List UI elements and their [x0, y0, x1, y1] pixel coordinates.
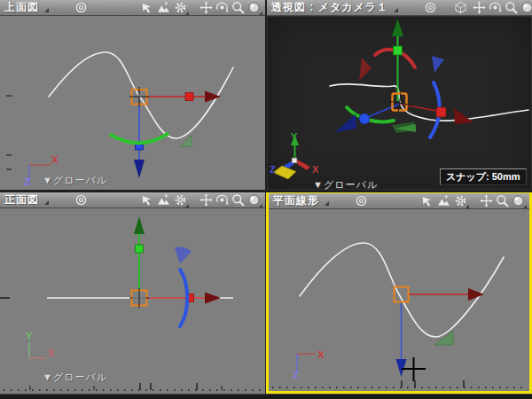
viewport-divider-vertical[interactable] [265, 0, 267, 190]
axis-z-label: Z [293, 370, 299, 380]
zoom-icon[interactable] [505, 1, 518, 14]
axis-z-label: Z [24, 176, 30, 187]
zoom-icon[interactable] [231, 193, 245, 207]
rotate-flag-blue[interactable] [175, 247, 192, 264]
zoom-icon[interactable] [496, 194, 509, 207]
move-handle-y[interactable] [134, 216, 145, 291]
settings-gear-icon[interactable] [454, 194, 467, 207]
move-handle-x[interactable] [409, 288, 484, 301]
viewport-front-view: 正面図 [0, 192, 265, 394]
pan-icon[interactable] [200, 1, 213, 14]
title-dropdown-icon[interactable] [44, 8, 49, 12]
viewport-title-bar: 透視図 : メタカメラ１ [267, 0, 532, 16]
zoom-icon[interactable] [231, 1, 245, 14]
render-sphere-icon[interactable] [520, 1, 532, 14]
viewport-divider-horizontal[interactable] [0, 190, 532, 192]
axis-x-label: X [51, 154, 59, 165]
pan-icon[interactable] [200, 193, 213, 207]
axis-y-label: Y [291, 131, 298, 142]
plane-shape-canvas[interactable]: X Z [269, 209, 529, 391]
global-coordinate-toggle[interactable]: ▼グローバル [313, 178, 378, 190]
camera-cube-icon[interactable] [454, 1, 467, 14]
select-arrow-icon[interactable] [140, 193, 153, 207]
viewport-title[interactable]: 上面図 [4, 0, 39, 15]
move-handle-z[interactable] [335, 104, 400, 132]
axis-indicator: X Z [293, 349, 325, 380]
3d-modeler-quad-view: 上面図 [0, 0, 532, 399]
rotate-flag-red[interactable] [359, 58, 372, 81]
orbit-rotate-icon[interactable] [489, 1, 502, 14]
global-coordinate-toggle[interactable]: ▼グローバル [43, 174, 107, 187]
target-icon[interactable] [355, 194, 368, 207]
axis-z-label: Z [270, 164, 276, 175]
pan-icon[interactable] [473, 1, 486, 14]
axis-x-label: X [312, 164, 319, 175]
orbit-rotate-icon[interactable] [215, 1, 229, 14]
title-dropdown-icon[interactable] [394, 8, 398, 12]
viewport-title-bar: 平面線形 [269, 193, 529, 209]
settings-gear-icon[interactable] [174, 193, 187, 207]
render-sphere-icon[interactable] [247, 1, 261, 14]
move-handle-y[interactable] [392, 19, 403, 101]
view-mode-icon[interactable] [157, 1, 170, 14]
rotate-flag-blue[interactable] [432, 56, 444, 73]
axis-x-label: X [317, 349, 325, 360]
title-dropdown-icon[interactable] [44, 200, 49, 205]
viewport-title[interactable]: 平面線形 [273, 193, 319, 208]
pan-icon[interactable] [480, 194, 493, 207]
front-view-canvas[interactable]: Y X [0, 208, 265, 394]
viewport-top-view: 上面図 [0, 0, 265, 190]
axis-tripod: Y X Z [270, 131, 319, 179]
top-view-canvas[interactable]: X Z [0, 16, 265, 190]
viewport-title-bar: 正面図 [0, 192, 265, 208]
viewport-title-bar: 上面図 [0, 0, 265, 16]
global-coordinate-toggle[interactable]: ▼グローバル [43, 371, 107, 384]
settings-gear-icon[interactable] [174, 1, 187, 14]
select-arrow-icon[interactable] [140, 1, 153, 14]
render-sphere-icon[interactable] [512, 194, 525, 207]
move-handle-x[interactable] [147, 91, 221, 103]
target-icon[interactable] [74, 193, 88, 207]
snap-indicator: スナップ: 50mm [440, 168, 527, 185]
viewport-perspective: 透視図 : メタカメラ１ [267, 0, 532, 190]
horizontal-ruler [4, 383, 262, 390]
scale-handle[interactable] [434, 331, 453, 345]
render-sphere-icon[interactable] [247, 193, 261, 207]
view-mode-icon[interactable] [157, 193, 170, 207]
move-handle-x[interactable] [147, 293, 221, 304]
move-handle-z[interactable] [396, 301, 407, 377]
perspective-canvas[interactable]: Y X Z [267, 16, 532, 190]
viewport-title[interactable]: 正面図 [4, 192, 39, 207]
orbit-rotate-icon[interactable] [215, 193, 229, 207]
select-arrow-icon[interactable] [420, 194, 434, 207]
view-mode-icon[interactable] [437, 194, 450, 207]
target-icon[interactable] [74, 1, 88, 14]
axis-indicator: Y X [26, 331, 55, 358]
target-icon[interactable] [424, 1, 437, 14]
viewport-title[interactable]: 透視図 : メタカメラ１ [271, 0, 388, 15]
vertical-ruler [6, 96, 12, 169]
window-bottom-edge [0, 394, 532, 399]
viewport-plane-shape-selected: 平面線形 [266, 191, 532, 394]
horizontal-ruler [272, 380, 526, 387]
title-dropdown-icon[interactable] [325, 201, 329, 206]
axis-y-label: Y [26, 331, 33, 341]
axis-x-label: X [48, 348, 55, 358]
